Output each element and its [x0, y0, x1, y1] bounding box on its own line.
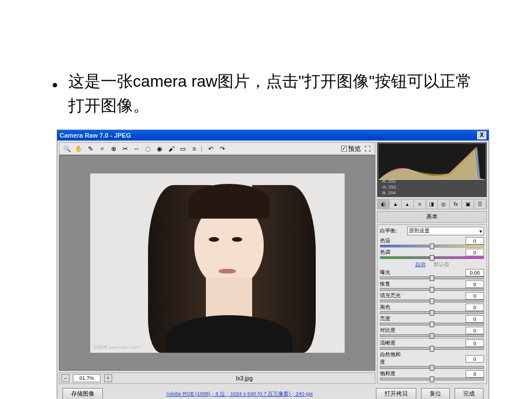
slider-value[interactable]: 0: [466, 292, 484, 300]
slider-thumb[interactable]: [430, 287, 434, 293]
reset-button[interactable]: 复位: [421, 388, 450, 399]
default-link[interactable]: 默认值: [434, 261, 449, 268]
slider-track-曝光[interactable]: [380, 276, 484, 279]
slider-thumb[interactable]: [430, 243, 434, 249]
histogram-panel: R: 252 G: 252 B: 254: [377, 142, 487, 197]
slider-thumb[interactable]: [430, 346, 434, 352]
zoom-in-button[interactable]: +: [104, 374, 112, 382]
tab-basic-icon[interactable]: ◐: [378, 200, 390, 209]
slider-label: 自然饱和度: [380, 351, 405, 366]
color-sampler-icon[interactable]: ✧: [97, 143, 107, 154]
slider-track-色调[interactable]: [380, 256, 484, 259]
done-button[interactable]: 完成: [455, 388, 483, 399]
slider-thumb[interactable]: [430, 333, 434, 339]
zoom-tool-icon[interactable]: 🔍: [62, 143, 72, 154]
slider-label: 对比度: [380, 327, 405, 334]
slider-label: 色温: [380, 237, 405, 245]
auto-default-row: 自动默认值: [380, 260, 484, 269]
tab-lens-icon[interactable]: ◎: [438, 200, 450, 209]
zoom-level[interactable]: 01.7%: [73, 374, 101, 382]
close-button[interactable]: X: [477, 131, 486, 139]
slider-thumb[interactable]: [430, 298, 434, 304]
preview-checkbox[interactable]: [341, 146, 347, 152]
toolbar-sep: |: [201, 145, 204, 152]
wb-dropdown[interactable]: 原照设置 ▾: [407, 227, 484, 235]
tab-detail-icon[interactable]: ▴: [402, 200, 414, 209]
adjust-tabs: ◐ ▲ ▴ ≡ ◨ ◎ fx ▣ ☰: [377, 199, 487, 209]
image-preview-area[interactable]: 昵图网 www.nipic.com: [59, 155, 375, 371]
tab-fx-icon[interactable]: fx: [450, 200, 462, 209]
grad-filter-icon[interactable]: ▭: [178, 143, 188, 154]
slider-track-对比度[interactable]: [380, 334, 484, 337]
prefs-icon[interactable]: ≡: [189, 143, 200, 154]
redeye-icon[interactable]: ◉: [154, 143, 165, 154]
r-value: R: 252: [382, 179, 396, 184]
slider-track-自然饱和度[interactable]: [380, 366, 484, 369]
hand-tool-icon[interactable]: ✋: [73, 143, 84, 154]
watermark: 昵图网 www.nipic.com: [94, 344, 139, 350]
adjust-brush-icon[interactable]: 🖌: [166, 143, 176, 154]
straighten-icon[interactable]: ↔: [131, 143, 142, 154]
slider-thumb[interactable]: [430, 322, 434, 327]
slider-value[interactable]: 0: [466, 327, 484, 334]
slider-thumb[interactable]: [430, 255, 434, 261]
slider-track-填充亮光[interactable]: [380, 300, 484, 302]
chevron-down-icon: ▾: [479, 228, 482, 234]
target-adjust-icon[interactable]: ⊕: [108, 143, 119, 154]
spot-removal-icon[interactable]: ◌: [143, 143, 153, 154]
slider-track-清晰度[interactable]: [380, 347, 484, 350]
slider-value[interactable]: 0: [466, 315, 484, 323]
titlebar[interactable]: Camera Raw 7.0 - JPEG X: [57, 130, 489, 141]
slider-label: 亮度: [380, 315, 405, 323]
rotate-left-icon[interactable]: ↶: [205, 143, 216, 154]
fullscreen-icon[interactable]: ⛶: [362, 143, 372, 154]
workflow-link[interactable]: Adobe RGB (1998)；8 位；1024 x 640 (0.7 百万像…: [166, 390, 313, 398]
slider-value[interactable]: 0.00: [466, 269, 484, 276]
slider-value[interactable]: 0: [466, 249, 484, 256]
slider-thumb[interactable]: [430, 275, 434, 281]
slider-thumb[interactable]: [430, 365, 434, 371]
tab-presets-icon[interactable]: ☰: [474, 200, 486, 209]
slider-value[interactable]: 0: [466, 304, 484, 311]
eyedropper-icon[interactable]: ✎: [85, 143, 95, 154]
b-value: B: 254: [382, 190, 396, 196]
white-balance-row: 白平衡: 原照设置 ▾: [380, 227, 484, 235]
auto-link[interactable]: 自动: [415, 261, 426, 268]
slider-track-饱和度[interactable]: [380, 378, 484, 380]
slider-track-恢复[interactable]: [380, 288, 484, 291]
slider-label: 清晰度: [380, 339, 405, 347]
crop-tool-icon[interactable]: ✂: [120, 143, 130, 154]
slider-value[interactable]: 0: [466, 339, 484, 347]
slider-thumb[interactable]: [430, 376, 434, 382]
camera-raw-window: Camera Raw 7.0 - JPEG X 🔍 ✋ ✎ ✧ ⊕ ✂ ↔ ◌: [57, 130, 489, 399]
slider-track-色温[interactable]: [380, 245, 484, 247]
presentation-slide: • 这是一张camera raw图片，点击"打开图像"按钮可以正常打开图像。 C…: [0, 0, 532, 399]
slider-label: 黑色: [380, 304, 405, 311]
tab-split-icon[interactable]: ◨: [426, 200, 438, 209]
app-body: 🔍 ✋ ✎ ✧ ⊕ ✂ ↔ ◌ ◉ 🖌 ▭ ≡ | ↶ ↷: [57, 141, 489, 399]
left-column: 🔍 ✋ ✎ ✧ ⊕ ✂ ↔ ◌ ◉ 🖌 ▭ ≡ | ↶ ↷: [59, 142, 375, 384]
slider-label: 曝光: [380, 269, 405, 276]
tab-curve-icon[interactable]: ▲: [390, 200, 402, 209]
tab-hsl-icon[interactable]: ≡: [414, 200, 426, 209]
histogram[interactable]: [379, 144, 485, 180]
slider-value[interactable]: 0: [466, 237, 484, 245]
tab-camera-icon[interactable]: ▣: [462, 200, 474, 209]
slider-value[interactable]: 0: [466, 370, 484, 378]
save-image-button[interactable]: 存储图像: [62, 388, 103, 399]
open-copy-button[interactable]: 打开拷贝: [376, 388, 416, 399]
zoom-out-button[interactable]: −: [61, 374, 69, 382]
bullet-dot: •: [52, 73, 58, 118]
rotate-right-icon[interactable]: ↷: [217, 143, 227, 154]
slider-value[interactable]: 0: [466, 280, 484, 288]
slider-value[interactable]: 0: [466, 355, 484, 363]
slider-thumb[interactable]: [430, 310, 434, 316]
slide-bullet: • 这是一张camera raw图片，点击"打开图像"按钮可以正常打开图像。: [52, 69, 480, 118]
slider-label: 填充亮光: [380, 292, 405, 300]
rgb-readout: R: 252 G: 252 B: 254: [382, 179, 396, 196]
slider-track-黑色[interactable]: [380, 311, 484, 314]
slider-label: 色调: [380, 249, 405, 256]
wb-value: 原照设置: [409, 227, 430, 235]
slider-track-亮度[interactable]: [380, 323, 484, 326]
wb-label: 白平衡:: [380, 227, 405, 235]
